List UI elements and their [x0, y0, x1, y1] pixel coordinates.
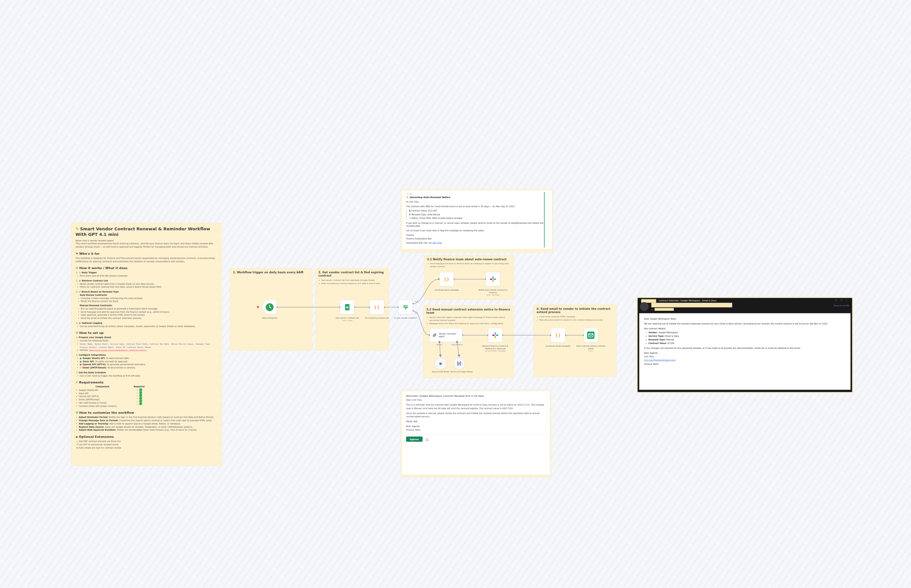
sender-avatar — [640, 302, 649, 311]
vendor-email-body: Dear Google Workspace Team, We are reach… — [639, 313, 851, 390]
node-notify-auto-renew-slack[interactable] — [486, 272, 500, 286]
node-compose-email-template[interactable]: {} — [551, 328, 566, 342]
slack-signature: Finance Automation Bot — [406, 237, 548, 240]
email-client-window: Contract Extension: Google Workspace - E… — [638, 298, 852, 392]
doc-setup-steps: Prepare your Google Sheet Include the fo… — [79, 336, 217, 377]
vendor-signature-email: linh.tran@somecompany.com — [644, 359, 846, 362]
node-label-parser: Structured Output Parser — [447, 371, 477, 373]
node-send-extend-contract-email[interactable] — [584, 328, 598, 342]
node-structured-output-parser[interactable] — [453, 358, 465, 370]
node-get-vendor-contract-list[interactable] — [340, 300, 354, 314]
doc-extensions-heading: ◆Optional Extensions — [76, 435, 217, 438]
slack-message-title: Upcoming Auto-Renewal Notice — [406, 195, 548, 199]
warning-icon — [425, 438, 429, 441]
requirements-table: Component Required Google Sheets APISlac… — [76, 385, 217, 407]
doc-intro1: Never miss a vendor renewal again! — [76, 239, 217, 242]
node-daily-scheduler[interactable] — [263, 300, 277, 314]
setup-step: Set the Daily Schedule Use a Cron node t… — [79, 371, 217, 378]
list-item: Reads vendor contract data from a Google… — [80, 282, 217, 285]
list-item: Runs every day at 6:00 AM using a schedu… — [80, 274, 217, 278]
doc-steps: ◔Daily Trigger Runs every day at 6:00 AM… — [79, 271, 217, 328]
vendor-details-list: Vendor: Google Workspace Service Type: E… — [648, 331, 846, 345]
email-window-toolbar-icons[interactable]: ↩ ↪ ⋮ — [835, 299, 849, 302]
node-remind-finance-slack[interactable] — [488, 328, 503, 342]
memo-icon: ✎ — [76, 226, 79, 231]
google-sheets-icon — [344, 304, 351, 311]
node-label-daily: Daily Scheduler — [255, 317, 284, 319]
openai-icon: ✳ — [439, 360, 443, 367]
redacted-sender — [652, 303, 732, 307]
workflow-canvas[interactable]: ✎Smart Vendor Contract Renewal & Reminde… — [0, 0, 911, 588]
redacted-recipient — [655, 308, 674, 311]
list-item: Run an OpenAI-powered agent to generate … — [81, 307, 217, 310]
node-vendor-reminder-agent[interactable]: Vendor reminder agent — [430, 328, 462, 342]
sheets-dot-icon: ● — [80, 357, 82, 360]
list-item: Get vendor contract list from database (… — [321, 279, 386, 282]
node-openai-chat-model[interactable]: ✳ — [434, 358, 446, 370]
email-send-icon — [587, 332, 595, 339]
customize-list: Adjust Reminder Period: Modify the logic… — [79, 416, 217, 431]
list-item: Compose a Slack message summarizing the … — [81, 296, 217, 300]
slack-message-preview-panel: Preview Upcoming Auto-Renewal Notice Hi … — [401, 189, 553, 252]
doc-step: ◔Daily Trigger Runs every day at 6:00 AM… — [79, 271, 217, 278]
tools-icon: ⚒ — [76, 331, 79, 334]
list-item: ✔ — [139, 400, 142, 402]
list-item: ✔ — [139, 389, 142, 391]
branch-groups: Auto-Renew Contracts:Compose a Slack mes… — [80, 294, 217, 320]
vendor-signature-team: Finance Team — [644, 362, 846, 365]
node-compose-slack-message[interactable]: {} — [439, 272, 454, 286]
node-label-sheets: Get vendor contract listread: sheet — [332, 317, 362, 321]
trigger-issue-indicator: ✱ — [257, 305, 259, 309]
vendor-signature-name: Linh Tran — [644, 355, 846, 359]
sender-email-link[interactable]: linh.tran@somecompany.com — [644, 359, 676, 362]
sticky-note-step4[interactable]: 4. Send email to vendor to initiate the … — [533, 305, 617, 377]
node-is-auto-renew-switch[interactable] — [399, 300, 413, 314]
doc-setup-heading: ⚒How to set up — [76, 331, 217, 334]
doc-step: ⇄Branch Based on Renewal Type Auto-Renew… — [79, 290, 217, 320]
code-icon: {} — [374, 305, 380, 310]
doc-title: ✎Smart Vendor Contract Renewal & Reminde… — [76, 226, 217, 237]
n8n-flow-link[interactable]: n8n Flow — [432, 242, 442, 244]
list-item: Vendor reminder agent compose meaningful… — [430, 316, 511, 321]
parser-icon — [457, 361, 462, 366]
list-item: ✔ — [139, 397, 142, 399]
vendor-details-label: Key contract details: — [644, 327, 846, 330]
slack-paragraph: The contract with AWS for Cloud Infrastr… — [406, 205, 548, 208]
slack-closing: Thanks, — [406, 234, 548, 237]
divider — [406, 434, 546, 435]
node-label-code3: Compose email template — [543, 345, 573, 347]
list-item: Manually send email to vendor to init co… — [540, 318, 614, 321]
vendor-paragraph: We are reaching out to initiate the cont… — [644, 322, 846, 325]
switch-output-false-label: false — [414, 312, 418, 314]
agent-model-port-label: Model* — [430, 344, 449, 346]
branch-icon: ⇄ — [79, 291, 81, 293]
list-item: Notify the finance contact via Slack. — [81, 300, 217, 303]
doc-step: ▦Optional Logging Can be extended to log… — [79, 321, 217, 328]
email-closing: Best regards, — [406, 425, 546, 428]
vendor-email-window-panel: Contract Extension: Google Workspace - E… — [637, 297, 853, 393]
approve-button[interactable]: Approve — [406, 436, 423, 442]
schedule-clock-icon — [266, 303, 274, 312]
preview-image-edge — [544, 192, 545, 247]
email-paragraph: This is a reminder that the contract wit… — [406, 403, 546, 410]
extensions-list: ▢ Add PDF contract preview via Drive lin… — [76, 440, 217, 449]
sample-sheet-link[interactable]: https://docs.google.com/spreadsheets/d/…… — [89, 349, 146, 352]
list-item: Filter out expiring contract based on en… — [321, 282, 386, 285]
list-item: Filters for contracts nearing their end … — [80, 285, 217, 289]
requirement-checks: ✔✔✔✔✔✔ — [133, 389, 149, 408]
slack-footer: Automated with n8n via n8n Flow — [406, 241, 548, 245]
list-item: Email (SMTP/Gmail) — [79, 398, 130, 401]
setup-step: Configure Integrations ●Google Sheets AP… — [79, 354, 217, 370]
list-item: ★ Auto-create Jira task for contract rev… — [76, 446, 217, 449]
slack-paragraph: Let us know if you need help or flag thi… — [406, 229, 548, 232]
vendor-closing: Best regards, — [644, 352, 846, 355]
code-icon: {} — [444, 277, 450, 282]
slack-details-quote: $ Contract Value: $12,000 ↻ Renewal Type… — [406, 209, 548, 220]
list-item: n8n (Self-hosted or Cloud) — [79, 401, 130, 405]
doc-how-heading: ⚙How it works / What it does — [76, 266, 217, 270]
list-item: Upon approval, generate a formal HTML em… — [81, 313, 217, 317]
list-item: ✔ — [139, 402, 142, 405]
node-find-expiring-vendor[interactable]: {} — [370, 300, 384, 314]
sticky-note-documentation[interactable]: ✎Smart Vendor Contract Renewal & Reminde… — [71, 223, 222, 466]
slack-icon — [490, 276, 497, 283]
